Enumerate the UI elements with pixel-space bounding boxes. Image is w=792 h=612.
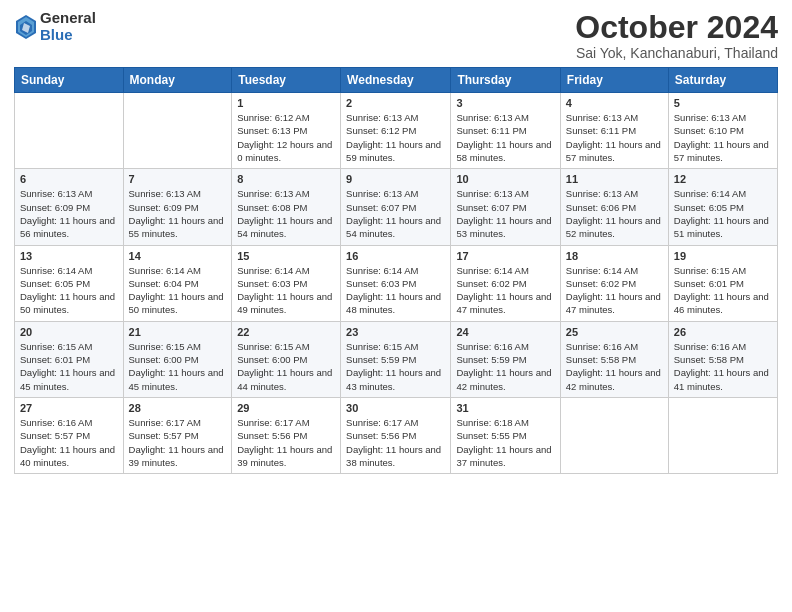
day-number: 15 [237, 250, 335, 262]
page-header: General Blue October 2024 Sai Yok, Kanch… [14, 10, 778, 61]
day-info: Sunrise: 6:13 AMSunset: 6:08 PMDaylight:… [237, 187, 335, 240]
table-row: 11Sunrise: 6:13 AMSunset: 6:06 PMDayligh… [560, 169, 668, 245]
day-number: 27 [20, 402, 118, 414]
day-number: 4 [566, 97, 663, 109]
table-row: 30Sunrise: 6:17 AMSunset: 5:56 PMDayligh… [341, 397, 451, 473]
logo-icon [14, 13, 38, 41]
col-friday: Friday [560, 68, 668, 93]
day-number: 5 [674, 97, 772, 109]
day-number: 6 [20, 173, 118, 185]
col-monday: Monday [123, 68, 232, 93]
day-number: 12 [674, 173, 772, 185]
day-info: Sunrise: 6:13 AMSunset: 6:11 PMDaylight:… [566, 111, 663, 164]
table-row: 10Sunrise: 6:13 AMSunset: 6:07 PMDayligh… [451, 169, 560, 245]
day-number: 13 [20, 250, 118, 262]
table-row: 14Sunrise: 6:14 AMSunset: 6:04 PMDayligh… [123, 245, 232, 321]
day-number: 26 [674, 326, 772, 338]
day-number: 21 [129, 326, 227, 338]
table-row: 28Sunrise: 6:17 AMSunset: 5:57 PMDayligh… [123, 397, 232, 473]
title-block: October 2024 Sai Yok, Kanchanaburi, Thai… [575, 10, 778, 61]
day-info: Sunrise: 6:13 AMSunset: 6:12 PMDaylight:… [346, 111, 445, 164]
day-number: 2 [346, 97, 445, 109]
day-info: Sunrise: 6:15 AMSunset: 6:01 PMDaylight:… [674, 264, 772, 317]
day-info: Sunrise: 6:17 AMSunset: 5:56 PMDaylight:… [346, 416, 445, 469]
day-number: 23 [346, 326, 445, 338]
weekday-header-row: Sunday Monday Tuesday Wednesday Thursday… [15, 68, 778, 93]
col-sunday: Sunday [15, 68, 124, 93]
day-info: Sunrise: 6:14 AMSunset: 6:05 PMDaylight:… [674, 187, 772, 240]
logo-general: General [40, 10, 96, 27]
logo: General Blue [14, 10, 96, 43]
day-info: Sunrise: 6:13 AMSunset: 6:11 PMDaylight:… [456, 111, 554, 164]
table-row: 8Sunrise: 6:13 AMSunset: 6:08 PMDaylight… [232, 169, 341, 245]
month-title: October 2024 [575, 10, 778, 45]
table-row: 15Sunrise: 6:14 AMSunset: 6:03 PMDayligh… [232, 245, 341, 321]
day-info: Sunrise: 6:13 AMSunset: 6:07 PMDaylight:… [346, 187, 445, 240]
day-number: 22 [237, 326, 335, 338]
day-number: 10 [456, 173, 554, 185]
table-row: 18Sunrise: 6:14 AMSunset: 6:02 PMDayligh… [560, 245, 668, 321]
table-row: 26Sunrise: 6:16 AMSunset: 5:58 PMDayligh… [668, 321, 777, 397]
col-tuesday: Tuesday [232, 68, 341, 93]
day-number: 3 [456, 97, 554, 109]
day-number: 7 [129, 173, 227, 185]
day-info: Sunrise: 6:18 AMSunset: 5:55 PMDaylight:… [456, 416, 554, 469]
day-info: Sunrise: 6:13 AMSunset: 6:06 PMDaylight:… [566, 187, 663, 240]
day-number: 29 [237, 402, 335, 414]
day-number: 28 [129, 402, 227, 414]
table-row: 23Sunrise: 6:15 AMSunset: 5:59 PMDayligh… [341, 321, 451, 397]
day-number: 8 [237, 173, 335, 185]
table-row: 7Sunrise: 6:13 AMSunset: 6:09 PMDaylight… [123, 169, 232, 245]
table-row: 9Sunrise: 6:13 AMSunset: 6:07 PMDaylight… [341, 169, 451, 245]
day-info: Sunrise: 6:14 AMSunset: 6:03 PMDaylight:… [346, 264, 445, 317]
table-row [15, 93, 124, 169]
col-wednesday: Wednesday [341, 68, 451, 93]
day-number: 9 [346, 173, 445, 185]
day-info: Sunrise: 6:17 AMSunset: 5:56 PMDaylight:… [237, 416, 335, 469]
table-row: 13Sunrise: 6:14 AMSunset: 6:05 PMDayligh… [15, 245, 124, 321]
day-info: Sunrise: 6:15 AMSunset: 6:00 PMDaylight:… [237, 340, 335, 393]
day-info: Sunrise: 6:15 AMSunset: 6:00 PMDaylight:… [129, 340, 227, 393]
col-saturday: Saturday [668, 68, 777, 93]
table-row [560, 397, 668, 473]
table-row: 1Sunrise: 6:12 AMSunset: 6:13 PMDaylight… [232, 93, 341, 169]
day-info: Sunrise: 6:17 AMSunset: 5:57 PMDaylight:… [129, 416, 227, 469]
table-row: 5Sunrise: 6:13 AMSunset: 6:10 PMDaylight… [668, 93, 777, 169]
day-info: Sunrise: 6:15 AMSunset: 5:59 PMDaylight:… [346, 340, 445, 393]
calendar-table: Sunday Monday Tuesday Wednesday Thursday… [14, 67, 778, 474]
table-row: 24Sunrise: 6:16 AMSunset: 5:59 PMDayligh… [451, 321, 560, 397]
table-row: 17Sunrise: 6:14 AMSunset: 6:02 PMDayligh… [451, 245, 560, 321]
day-number: 20 [20, 326, 118, 338]
table-row: 29Sunrise: 6:17 AMSunset: 5:56 PMDayligh… [232, 397, 341, 473]
table-row: 21Sunrise: 6:15 AMSunset: 6:00 PMDayligh… [123, 321, 232, 397]
day-number: 24 [456, 326, 554, 338]
day-number: 16 [346, 250, 445, 262]
table-row: 6Sunrise: 6:13 AMSunset: 6:09 PMDaylight… [15, 169, 124, 245]
day-info: Sunrise: 6:13 AMSunset: 6:09 PMDaylight:… [20, 187, 118, 240]
day-info: Sunrise: 6:14 AMSunset: 6:03 PMDaylight:… [237, 264, 335, 317]
table-row: 4Sunrise: 6:13 AMSunset: 6:11 PMDaylight… [560, 93, 668, 169]
day-info: Sunrise: 6:14 AMSunset: 6:05 PMDaylight:… [20, 264, 118, 317]
day-info: Sunrise: 6:13 AMSunset: 6:07 PMDaylight:… [456, 187, 554, 240]
day-number: 31 [456, 402, 554, 414]
table-row: 19Sunrise: 6:15 AMSunset: 6:01 PMDayligh… [668, 245, 777, 321]
table-row: 20Sunrise: 6:15 AMSunset: 6:01 PMDayligh… [15, 321, 124, 397]
location: Sai Yok, Kanchanaburi, Thailand [575, 45, 778, 61]
day-info: Sunrise: 6:15 AMSunset: 6:01 PMDaylight:… [20, 340, 118, 393]
day-number: 1 [237, 97, 335, 109]
day-number: 25 [566, 326, 663, 338]
table-row [123, 93, 232, 169]
table-row: 2Sunrise: 6:13 AMSunset: 6:12 PMDaylight… [341, 93, 451, 169]
day-info: Sunrise: 6:16 AMSunset: 5:58 PMDaylight:… [566, 340, 663, 393]
day-info: Sunrise: 6:13 AMSunset: 6:10 PMDaylight:… [674, 111, 772, 164]
logo-text: General Blue [40, 10, 96, 43]
day-info: Sunrise: 6:13 AMSunset: 6:09 PMDaylight:… [129, 187, 227, 240]
table-row: 25Sunrise: 6:16 AMSunset: 5:58 PMDayligh… [560, 321, 668, 397]
day-info: Sunrise: 6:16 AMSunset: 5:59 PMDaylight:… [456, 340, 554, 393]
day-info: Sunrise: 6:16 AMSunset: 5:58 PMDaylight:… [674, 340, 772, 393]
table-row: 22Sunrise: 6:15 AMSunset: 6:00 PMDayligh… [232, 321, 341, 397]
table-row: 27Sunrise: 6:16 AMSunset: 5:57 PMDayligh… [15, 397, 124, 473]
day-info: Sunrise: 6:14 AMSunset: 6:02 PMDaylight:… [566, 264, 663, 317]
table-row: 3Sunrise: 6:13 AMSunset: 6:11 PMDaylight… [451, 93, 560, 169]
day-info: Sunrise: 6:12 AMSunset: 6:13 PMDaylight:… [237, 111, 335, 164]
